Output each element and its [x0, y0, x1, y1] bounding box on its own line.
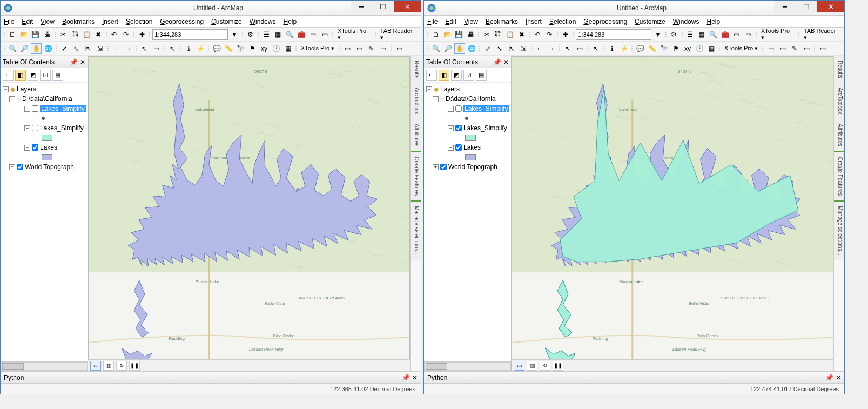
list-by-selection-icon[interactable]: ☑: [463, 70, 474, 81]
refresh-icon[interactable]: ↻: [540, 361, 550, 371]
go-to-xy-icon[interactable]: xy: [259, 43, 270, 54]
list-by-source-icon[interactable]: ◧: [15, 70, 26, 81]
hyperlink-icon[interactable]: ⚡: [195, 43, 206, 54]
catalog-icon[interactable]: ▦: [696, 29, 707, 40]
scale-dropdown-icon[interactable]: ▾: [229, 29, 240, 40]
modelbuilder-icon[interactable]: ▭: [319, 29, 330, 40]
layer-label[interactable]: Lakes_Simplify: [40, 124, 84, 132]
editor-toolbar-icon[interactable]: ⚙: [245, 29, 256, 40]
html-popup-icon[interactable]: 💬: [211, 43, 222, 54]
layers-root-label[interactable]: Layers: [440, 85, 460, 93]
layer-label[interactable]: World Topograph: [25, 163, 74, 171]
tabreader-dropdown[interactable]: TAB Reader ▾: [802, 28, 842, 41]
menu-item[interactable]: Selection: [126, 18, 152, 25]
catalog-icon[interactable]: ▦: [273, 29, 284, 40]
expand-icon[interactable]: +: [9, 164, 15, 170]
list-by-drawing-icon[interactable]: ≔: [426, 70, 437, 81]
layout-view-tab[interactable]: ▥: [527, 361, 537, 371]
layer-checkbox[interactable]: [455, 144, 462, 151]
back-icon[interactable]: ←: [534, 43, 545, 54]
forward-icon[interactable]: →: [123, 43, 133, 54]
tool-d-icon[interactable]: ▭: [378, 43, 388, 54]
menu-item[interactable]: Selection: [549, 18, 576, 25]
cut-icon[interactable]: ✂: [58, 29, 69, 40]
cut-icon[interactable]: ✂: [481, 29, 492, 40]
expand-icon[interactable]: −: [448, 145, 454, 151]
menu-item[interactable]: Bookmarks: [486, 18, 518, 25]
horizontal-scrollbar[interactable]: [424, 362, 511, 371]
layer-checkbox[interactable]: [440, 164, 447, 170]
new-icon[interactable]: 🗋: [430, 29, 441, 40]
copy-icon[interactable]: ⿻: [493, 29, 504, 40]
xtools-dropdown-2[interactable]: XTools Pro ▾: [299, 45, 337, 52]
layer-checkbox[interactable]: [455, 105, 462, 112]
dock-tab[interactable]: ArcToolbox: [834, 83, 844, 119]
zoom-in-icon[interactable]: 🔍: [7, 43, 18, 54]
pause-icon[interactable]: ❚❚: [129, 361, 140, 371]
full-extent-icon[interactable]: 🌐: [43, 43, 53, 54]
dock-tab[interactable]: Manage selections...: [834, 200, 844, 260]
dock-tab[interactable]: Results: [411, 56, 421, 83]
fixed-zoom-in-icon[interactable]: ⤢: [59, 43, 70, 54]
pan-icon[interactable]: ✋: [454, 43, 465, 54]
maximize-button[interactable]: ☐: [796, 1, 817, 12]
layer-checkbox[interactable]: [32, 105, 38, 112]
identify-icon[interactable]: ℹ: [607, 43, 617, 54]
expand-icon[interactable]: +: [433, 164, 439, 170]
clear-select-icon[interactable]: ▭: [574, 43, 585, 54]
layout-view-tab[interactable]: ▥: [103, 361, 114, 371]
delete-icon[interactable]: ✖: [516, 29, 527, 40]
tool-b-icon[interactable]: ▭: [354, 43, 365, 54]
options-icon[interactable]: ▤: [476, 70, 487, 81]
expand-icon[interactable]: −: [3, 86, 9, 92]
close-icon[interactable]: ✕: [80, 58, 85, 66]
undo-icon[interactable]: ↶: [533, 29, 543, 40]
menu-item[interactable]: Windows: [250, 18, 276, 25]
menu-item[interactable]: Edit: [445, 18, 456, 25]
layer-label[interactable]: World Topograph: [448, 163, 497, 171]
time-slider-icon[interactable]: 🕐: [271, 43, 281, 54]
identify-icon[interactable]: ℹ: [183, 43, 194, 54]
modelbuilder-icon[interactable]: ▭: [743, 29, 753, 40]
add-data-icon[interactable]: ✚: [560, 29, 571, 40]
xtools-dropdown[interactable]: XTools Pro ▾: [335, 28, 373, 41]
maximize-button[interactable]: ☐: [372, 1, 394, 12]
print-icon[interactable]: 🖶: [466, 29, 476, 40]
python-icon[interactable]: ▭: [731, 29, 742, 40]
print-icon[interactable]: 🖶: [42, 29, 53, 40]
select-features-icon[interactable]: ↖: [562, 43, 573, 54]
search-icon[interactable]: 🔍: [708, 29, 719, 40]
find-icon[interactable]: 🔭: [235, 43, 246, 54]
expand-icon[interactable]: −: [24, 145, 30, 151]
tabreader-dropdown[interactable]: TAB Reader ▾: [378, 28, 419, 41]
layer-label[interactable]: Lakes_Simplify: [463, 105, 509, 112]
expand-icon[interactable]: −: [9, 96, 15, 102]
save-icon[interactable]: 💾: [454, 29, 465, 40]
list-by-visibility-icon[interactable]: ◩: [28, 70, 38, 81]
delete-icon[interactable]: ✖: [93, 29, 104, 40]
tool-b-icon[interactable]: ▭: [777, 43, 788, 54]
data-view-tab[interactable]: ▭: [90, 361, 101, 371]
save-icon[interactable]: 💾: [30, 29, 41, 40]
pin-icon[interactable]: 📌: [70, 58, 78, 66]
layout-tool-icon[interactable]: ▭: [394, 43, 405, 54]
viewer-icon[interactable]: ▦: [282, 43, 293, 54]
dock-tab[interactable]: Create Features: [411, 151, 421, 200]
search-icon[interactable]: 🔍: [285, 29, 295, 40]
find-icon[interactable]: 🔭: [658, 43, 669, 54]
layer-checkbox[interactable]: [32, 144, 38, 151]
forward-icon[interactable]: →: [546, 43, 557, 54]
find-route-icon[interactable]: ⚑: [247, 43, 258, 54]
map-viewport[interactable]: 5457 ftLakeheadShasta National ForestWhi…: [88, 56, 410, 359]
python-icon[interactable]: ▭: [308, 29, 319, 40]
expand-icon[interactable]: −: [24, 106, 30, 112]
pin-icon[interactable]: 📌: [825, 374, 833, 381]
datasource-label[interactable]: D:\data\California: [446, 95, 496, 103]
menu-item[interactable]: Customize: [211, 18, 242, 25]
menu-item[interactable]: View: [41, 18, 55, 25]
menu-item[interactable]: File: [4, 18, 14, 25]
next-zoom-icon[interactable]: ⇲: [95, 43, 105, 54]
redo-icon[interactable]: ↷: [120, 29, 131, 40]
datasource-label[interactable]: D:\data\California: [22, 95, 72, 103]
xtools-dropdown-2[interactable]: XTools Pro ▾: [722, 45, 760, 52]
